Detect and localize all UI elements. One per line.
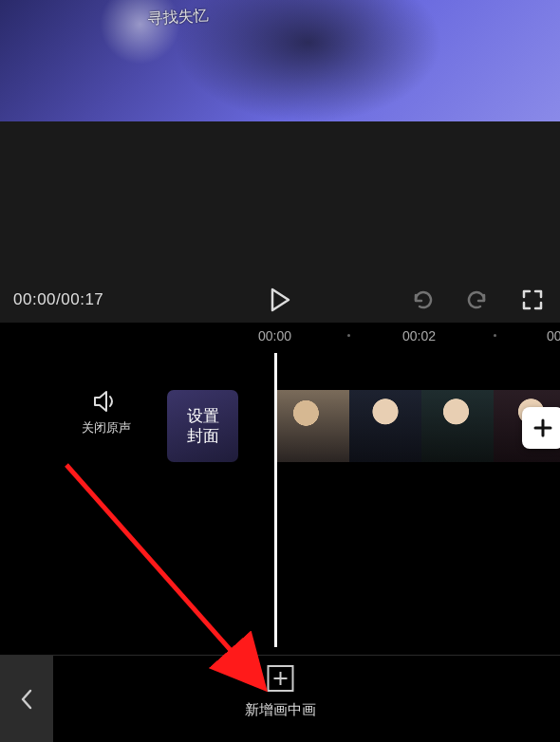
playhead[interactable]	[274, 353, 277, 647]
play-icon	[270, 288, 290, 312]
timeline[interactable]: 00:00 00:02 00 关闭原声 设置 封面	[0, 323, 560, 655]
redo-button[interactable]	[465, 288, 490, 312]
set-cover-button[interactable]: 设置 封面	[167, 390, 238, 462]
time-display: 00:00/00:17	[13, 290, 103, 309]
current-time: 00:00	[13, 290, 56, 308]
set-cover-label: 设置 封面	[187, 406, 219, 447]
redo-icon	[465, 288, 490, 312]
clip-thumbnail	[421, 390, 494, 462]
plus-icon	[532, 417, 554, 439]
undo-icon	[410, 288, 435, 312]
total-time: 00:17	[61, 290, 103, 308]
mute-original-audio-button[interactable]: 关闭原声	[82, 389, 131, 436]
ruler-tick: 00:00	[258, 328, 291, 343]
video-preview[interactable]: 寻找失忆	[0, 0, 560, 121]
ruler-tick: 00	[547, 328, 560, 343]
chevron-left-icon	[20, 688, 33, 711]
back-button[interactable]	[0, 656, 53, 743]
add-pip-label: 新增画中画	[245, 701, 316, 719]
fullscreen-icon	[521, 288, 544, 311]
clip-thumbnail	[349, 390, 421, 462]
preview-letterbox: 00:00/00:17	[0, 121, 560, 323]
mute-original-audio-label: 关闭原声	[82, 419, 131, 436]
clip-thumbnail	[277, 390, 349, 462]
time-ruler[interactable]: 00:00 00:02 00	[0, 323, 560, 353]
play-button[interactable]	[267, 287, 293, 313]
ruler-dot	[347, 334, 350, 337]
preview-watermark: 寻找失忆	[147, 6, 209, 28]
video-track: 关闭原声 设置 封面	[0, 383, 560, 467]
add-clip-button[interactable]	[522, 407, 560, 449]
plus-boxed-icon	[267, 665, 293, 692]
fullscreen-button[interactable]	[520, 288, 545, 312]
ruler-dot	[494, 334, 496, 337]
video-clip[interactable]	[275, 390, 560, 462]
add-pip-button[interactable]: 新增画中画	[245, 665, 316, 719]
speaker-icon	[92, 389, 121, 414]
ruler-tick: 00:02	[402, 328, 436, 343]
bottom-toolbar: 新增画中画	[0, 655, 560, 742]
undo-button[interactable]	[410, 288, 435, 312]
player-status-bar: 00:00/00:17	[0, 290, 560, 309]
